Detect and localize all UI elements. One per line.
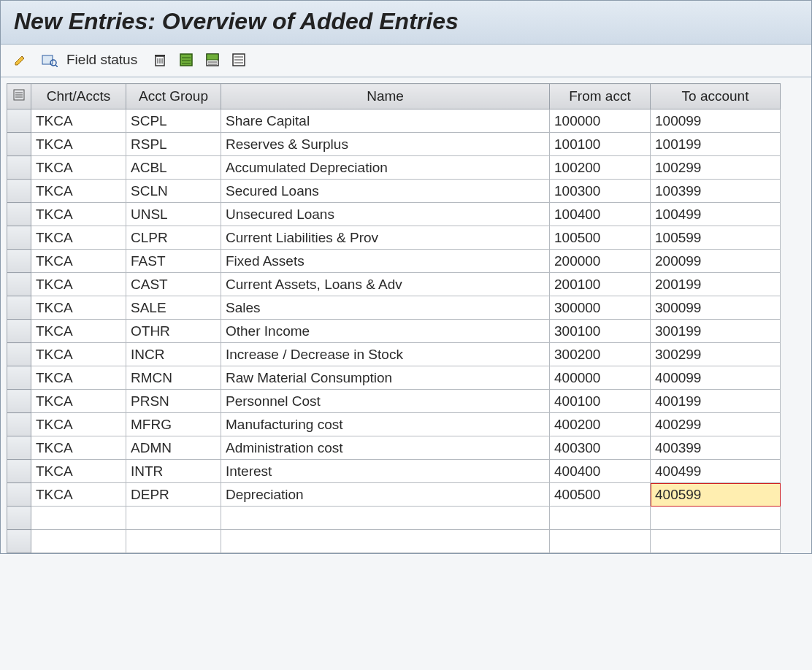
col-header-group[interactable]: Acct Group [126, 84, 221, 109]
cell-name[interactable]: Other Income [221, 320, 550, 343]
cell-from[interactable]: 100400 [550, 203, 651, 226]
row-selector[interactable] [7, 250, 31, 273]
cell-name[interactable]: Increase / Decrease in Stock [221, 343, 550, 366]
cell-chrt[interactable]: TKCA [31, 460, 126, 483]
col-header-to[interactable]: To account [651, 84, 781, 109]
cell-from[interactable]: 300000 [550, 296, 651, 320]
cell-from[interactable]: 200100 [550, 273, 651, 296]
row-selector[interactable] [7, 507, 31, 530]
cell-grp[interactable]: INCR [126, 343, 221, 366]
cell-name[interactable]: Secured Loans [221, 180, 550, 203]
row-selector[interactable] [7, 203, 31, 226]
cell-chrt[interactable]: TKCA [31, 483, 126, 507]
cell-chrt[interactable]: TKCA [31, 320, 126, 343]
cell-from[interactable]: 400200 [550, 413, 651, 436]
cell-chrt[interactable]: TKCA [31, 390, 126, 413]
cell-chrt[interactable]: TKCA [31, 203, 126, 226]
cell-name[interactable]: Share Capital [221, 109, 550, 133]
cell-name[interactable] [221, 530, 550, 553]
col-header-from[interactable]: From acct [550, 84, 651, 109]
field-status-icon[interactable] [40, 50, 59, 69]
cell-chrt[interactable]: TKCA [31, 180, 126, 203]
row-selector[interactable] [7, 390, 31, 413]
cell-to[interactable]: 300299 [651, 343, 781, 366]
row-selector[interactable] [7, 296, 31, 320]
col-header-name[interactable]: Name [221, 84, 550, 109]
cell-chrt[interactable]: TKCA [31, 436, 126, 460]
cell-grp[interactable]: SCPL [126, 109, 221, 133]
cell-grp[interactable]: CLPR [126, 226, 221, 250]
cell-from[interactable] [550, 507, 651, 530]
cell-from[interactable]: 200000 [550, 250, 651, 273]
cell-grp[interactable]: SCLN [126, 180, 221, 203]
cell-from[interactable]: 100100 [550, 133, 651, 156]
cell-name[interactable]: Interest [221, 460, 550, 483]
cell-grp[interactable]: SALE [126, 296, 221, 320]
field-status-button[interactable]: Field status [66, 52, 137, 68]
cell-to[interactable]: 400099 [651, 366, 781, 390]
cell-chrt[interactable] [31, 507, 126, 530]
cell-name[interactable]: Manufacturing cost [221, 413, 550, 436]
cell-name[interactable]: Fixed Assets [221, 250, 550, 273]
cell-chrt[interactable]: TKCA [31, 273, 126, 296]
cell-from[interactable]: 400300 [550, 436, 651, 460]
cell-chrt[interactable]: TKCA [31, 226, 126, 250]
col-header-chrt[interactable]: Chrt/Accts [31, 84, 126, 109]
cell-grp[interactable]: INTR [126, 460, 221, 483]
cell-grp[interactable]: DEPR [126, 483, 221, 507]
cell-chrt[interactable]: TKCA [31, 366, 126, 390]
row-selector[interactable] [7, 460, 31, 483]
change-icon[interactable] [11, 50, 30, 69]
row-selector[interactable] [7, 180, 31, 203]
cell-chrt[interactable]: TKCA [31, 156, 126, 180]
cell-grp[interactable]: FAST [126, 250, 221, 273]
cell-from[interactable] [550, 530, 651, 553]
cell-to[interactable] [651, 530, 781, 553]
deselect-all-icon[interactable] [229, 50, 248, 69]
cell-grp[interactable] [126, 530, 221, 553]
cell-grp[interactable]: PRSN [126, 390, 221, 413]
cell-name[interactable]: Raw Material Consumption [221, 366, 550, 390]
row-selector[interactable] [7, 226, 31, 250]
cell-from[interactable]: 400400 [550, 460, 651, 483]
cell-grp[interactable]: RMCN [126, 366, 221, 390]
row-selector[interactable] [7, 273, 31, 296]
cell-from[interactable]: 100000 [550, 109, 651, 133]
cell-to[interactable]: 100299 [651, 156, 781, 180]
row-selector[interactable] [7, 133, 31, 156]
cell-to[interactable]: 300199 [651, 320, 781, 343]
cell-grp[interactable]: UNSL [126, 203, 221, 226]
cell-from[interactable]: 400000 [550, 366, 651, 390]
row-selector[interactable] [7, 530, 31, 553]
cell-to[interactable]: 300099 [651, 296, 781, 320]
cell-grp[interactable]: ADMN [126, 436, 221, 460]
cell-to[interactable]: 400599 [651, 483, 781, 507]
cell-chrt[interactable]: TKCA [31, 296, 126, 320]
row-selector[interactable] [7, 366, 31, 390]
cell-name[interactable]: Depreciation [221, 483, 550, 507]
delete-icon[interactable] [150, 50, 169, 69]
cell-grp[interactable]: MFRG [126, 413, 221, 436]
cell-to[interactable]: 400399 [651, 436, 781, 460]
select-block-icon[interactable] [203, 50, 222, 69]
cell-chrt[interactable]: TKCA [31, 250, 126, 273]
cell-name[interactable]: Reserves & Surplus [221, 133, 550, 156]
row-selector[interactable] [7, 413, 31, 436]
cell-to[interactable]: 400499 [651, 460, 781, 483]
row-selector[interactable] [7, 156, 31, 180]
select-all-icon[interactable] [177, 50, 196, 69]
cell-from[interactable]: 400100 [550, 390, 651, 413]
cell-from[interactable]: 100500 [550, 226, 651, 250]
cell-name[interactable]: Accumulated Depreciation [221, 156, 550, 180]
cell-grp[interactable] [126, 507, 221, 530]
cell-name[interactable] [221, 507, 550, 530]
cell-from[interactable]: 400500 [550, 483, 651, 507]
cell-to[interactable]: 200099 [651, 250, 781, 273]
cell-name[interactable]: Current Assets, Loans & Adv [221, 273, 550, 296]
cell-name[interactable]: Current Liabilities & Prov [221, 226, 550, 250]
cell-grp[interactable]: CAST [126, 273, 221, 296]
cell-to[interactable]: 100099 [651, 109, 781, 133]
cell-to[interactable]: 400199 [651, 390, 781, 413]
cell-to[interactable] [651, 507, 781, 530]
cell-to[interactable]: 100599 [651, 226, 781, 250]
